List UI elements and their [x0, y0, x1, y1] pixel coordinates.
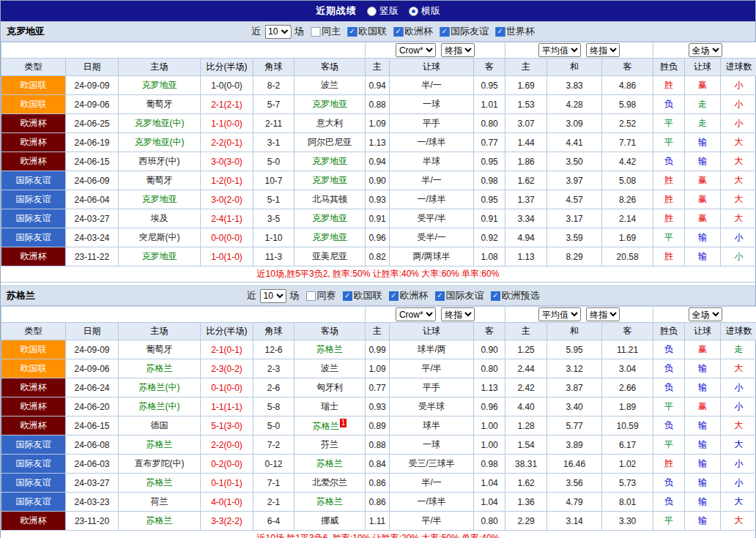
competition-checkbox[interactable]: ✓ [393, 27, 403, 37]
radio-horizontal-icon[interactable] [409, 7, 418, 16]
avg-away-odds: 5.73 [602, 474, 653, 493]
away-odds-header: 客 [474, 323, 505, 340]
home-team[interactable]: 葡萄牙 [119, 340, 201, 359]
goals-result: 小 [721, 228, 756, 247]
goals-result: 大 [721, 190, 756, 209]
same-checkbox[interactable] [306, 291, 316, 301]
away-team[interactable]: 苏格兰 [294, 455, 366, 474]
away-team[interactable]: 意大利 [294, 114, 366, 133]
home-team[interactable]: 克罗地亚(中) [119, 133, 201, 152]
type-header: 类型 [1, 323, 66, 340]
match-count-select[interactable]: 10 [260, 289, 286, 303]
away-team[interactable]: 阿尔巴尼亚 [294, 133, 366, 152]
away-team[interactable]: 苏格兰1 [294, 416, 366, 436]
competition-filter[interactable]: ✓ 欧洲预选 [491, 289, 540, 302]
result-badge: 平 [653, 436, 685, 455]
team-section-scotland: 苏格兰 近 10 场 同赛 ✓ 欧国联 ✓ 欧洲杯 ✓ [1, 285, 755, 538]
away-team[interactable]: 克罗地亚 [294, 152, 366, 171]
away-team[interactable]: 苏格兰 [294, 493, 366, 512]
avg-away-odds: 2.14 [602, 209, 653, 228]
home-team[interactable]: 苏格兰 [119, 359, 201, 378]
away-team[interactable]: 瑞士 [294, 397, 366, 416]
home-team[interactable]: 克罗地亚 [119, 190, 201, 209]
away-team[interactable]: 克罗地亚 [294, 228, 366, 247]
away-team[interactable]: 克罗地亚 [294, 209, 366, 228]
avg-away-header: 客 [602, 323, 653, 340]
avg-draw-odds: 3.89 [547, 436, 602, 455]
home-team[interactable]: 苏格兰(中) [119, 397, 201, 416]
avg-home-odds: 4.94 [505, 228, 547, 247]
radio-horizontal-layout[interactable]: 横版 [409, 4, 440, 18]
away-team[interactable]: 北爱尔兰 [294, 474, 366, 493]
match-score: 2-2(0-1) [201, 133, 253, 152]
competition-checkbox[interactable]: ✓ [491, 291, 500, 301]
away-team[interactable]: 克罗地亚 [294, 171, 366, 190]
avg-draw-odds: 3.56 [547, 474, 602, 493]
competition-filter[interactable]: ✓ 欧洲杯 [393, 25, 433, 38]
competition-filter[interactable]: ✓ 欧洲杯 [389, 289, 429, 302]
competition-filter[interactable]: ✓ 国际友谊 [435, 289, 484, 302]
average-select[interactable]: 平均值 [538, 43, 581, 57]
away-team[interactable]: 克罗地亚 [294, 95, 366, 114]
handicap-result-header: 让球 [685, 59, 721, 76]
away-team[interactable]: 北马其顿 [294, 190, 366, 209]
away-team[interactable]: 波兰 [294, 359, 366, 378]
competition-filter[interactable]: ✓ 欧国联 [343, 289, 382, 302]
same-filter[interactable]: 同赛 [306, 289, 336, 302]
home-team[interactable]: 德国 [119, 416, 201, 436]
same-checkbox[interactable] [311, 27, 320, 37]
away-team[interactable]: 波兰 [294, 76, 366, 95]
competition-filter[interactable]: ✓ 国际友谊 [440, 25, 489, 38]
match-row: 欧洲杯24-06-15西班牙(中)3-0(3-0)5-0克罗地亚0.94半球0.… [1, 152, 756, 171]
competition-checkbox[interactable]: ✓ [495, 27, 505, 37]
home-team[interactable]: 直布罗陀(中) [119, 455, 201, 474]
results-table: Crow* 终指 平均值 终指 全场 类型 日期 主场 比分(半场) [1, 306, 756, 531]
home-team[interactable]: 荷兰 [119, 493, 201, 512]
competition-checkbox[interactable]: ✓ [347, 27, 357, 37]
competition-checkbox[interactable]: ✓ [343, 291, 352, 301]
home-team[interactable]: 西班牙(中) [119, 152, 201, 171]
average-time-select[interactable]: 终指 [586, 43, 620, 57]
away-team[interactable]: 挪威 [294, 512, 366, 531]
team-name: 苏格兰 [7, 289, 35, 302]
result-badge: 胜 [653, 76, 685, 95]
competition-checkbox[interactable]: ✓ [389, 291, 399, 301]
home-team[interactable]: 突尼斯(中) [119, 228, 201, 247]
away-team[interactable]: 亚美尼亚 [294, 247, 366, 266]
away-team[interactable]: 匈牙利 [294, 378, 366, 397]
home-team[interactable]: 葡萄牙 [119, 95, 201, 114]
avg-draw-odds: 4.79 [547, 493, 602, 512]
average-time-select[interactable]: 终指 [586, 307, 620, 321]
competition-checkbox[interactable]: ✓ [435, 291, 445, 301]
away-team[interactable]: 苏格兰 [294, 340, 366, 359]
scope-select[interactable]: 全场 [689, 307, 722, 321]
same-filter[interactable]: 同主 [311, 25, 341, 38]
home-team[interactable]: 葡萄牙 [119, 171, 201, 190]
radio-vertical-icon[interactable] [367, 7, 377, 16]
home-team[interactable]: 埃及 [119, 209, 201, 228]
match-type-badge: 欧国联 [1, 359, 66, 378]
odds-source-select[interactable]: Crow* [396, 307, 436, 321]
home-team[interactable]: 克罗地亚(中) [119, 114, 201, 133]
match-date: 24-03-23 [66, 493, 119, 512]
home-team[interactable]: 苏格兰 [119, 436, 201, 455]
competition-label: 国际友谊 [446, 289, 484, 302]
match-count-select[interactable]: 10 [264, 25, 291, 39]
corner-score: 3-5 [253, 209, 294, 228]
odds-time-select[interactable]: 终指 [441, 43, 475, 57]
scope-select[interactable]: 全场 [689, 43, 722, 57]
home-team[interactable]: 苏格兰 [119, 474, 201, 493]
radio-vertical-layout[interactable]: 竖版 [367, 4, 399, 18]
home-team[interactable]: 克罗地亚 [119, 247, 201, 266]
competition-filter[interactable]: ✓ 欧国联 [347, 25, 387, 38]
competition-filter[interactable]: ✓ 世界杯 [495, 25, 535, 38]
average-select[interactable]: 平均值 [538, 307, 581, 321]
odds-time-select[interactable]: 终指 [441, 307, 475, 321]
competition-checkbox[interactable]: ✓ [440, 27, 449, 37]
odds-source-select[interactable]: Crow* [396, 43, 436, 57]
away-team[interactable]: 芬兰 [294, 436, 366, 455]
avg-away-odds: 8.01 [602, 493, 653, 512]
home-team[interactable]: 克罗地亚 [119, 76, 201, 95]
home-team[interactable]: 苏格兰 [119, 512, 201, 531]
home-team[interactable]: 苏格兰(中) [119, 378, 201, 397]
